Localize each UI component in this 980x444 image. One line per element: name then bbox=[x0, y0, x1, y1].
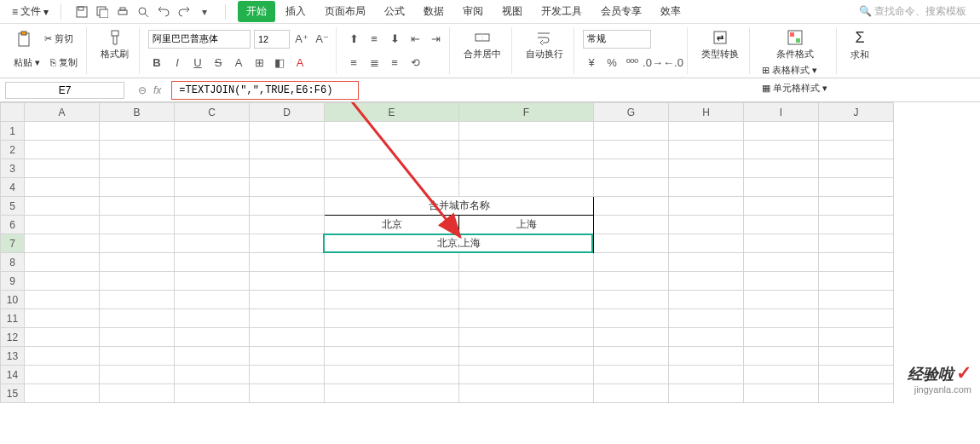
number-format-select[interactable] bbox=[583, 30, 651, 49]
font-size-select[interactable] bbox=[254, 30, 290, 49]
cell[interactable] bbox=[669, 141, 744, 159]
cell[interactable] bbox=[25, 141, 100, 159]
fill-color-icon[interactable]: ◧ bbox=[271, 54, 288, 71]
cell[interactable] bbox=[594, 253, 669, 272]
cell[interactable] bbox=[175, 216, 250, 234]
cell[interactable] bbox=[100, 141, 175, 159]
decimal-increase-icon[interactable]: .0→ bbox=[644, 54, 661, 71]
cell[interactable] bbox=[250, 178, 325, 197]
cell[interactable] bbox=[744, 291, 819, 309]
fx-icon[interactable]: fx bbox=[153, 84, 161, 96]
cell[interactable] bbox=[819, 122, 894, 141]
merge-center-button[interactable]: 合并居中 bbox=[458, 27, 506, 62]
italic-button[interactable]: I bbox=[169, 54, 186, 71]
cell[interactable] bbox=[669, 309, 744, 328]
cell[interactable] bbox=[744, 122, 819, 141]
decrease-font-icon[interactable]: A⁻ bbox=[314, 31, 331, 48]
cell[interactable] bbox=[819, 178, 894, 197]
tab-insert[interactable]: 插入 bbox=[277, 1, 314, 22]
cell[interactable] bbox=[250, 328, 325, 347]
cell[interactable] bbox=[175, 141, 250, 159]
cell[interactable] bbox=[594, 309, 669, 328]
cell[interactable] bbox=[175, 178, 250, 197]
row-header-15[interactable]: 15 bbox=[1, 384, 25, 403]
row-header-10[interactable]: 10 bbox=[1, 291, 25, 309]
col-header-j[interactable]: J bbox=[819, 103, 894, 122]
cell[interactable] bbox=[250, 384, 325, 403]
type-convert-button[interactable]: ⇄ 类型转换 bbox=[696, 27, 744, 62]
cell[interactable] bbox=[175, 197, 250, 216]
cell[interactable] bbox=[325, 178, 459, 197]
tab-dev[interactable]: 开发工具 bbox=[533, 1, 591, 22]
paste-label-btn[interactable]: 粘贴▾ bbox=[10, 55, 43, 71]
cell[interactable] bbox=[819, 216, 894, 234]
cut-button[interactable]: ✂ 剪切 bbox=[41, 31, 77, 47]
cell[interactable] bbox=[100, 178, 175, 197]
cell[interactable] bbox=[100, 384, 175, 403]
cell[interactable] bbox=[594, 291, 669, 309]
row-header-5[interactable]: 5 bbox=[1, 197, 25, 216]
cell[interactable] bbox=[175, 234, 250, 253]
cell[interactable] bbox=[25, 197, 100, 216]
cell[interactable] bbox=[250, 197, 325, 216]
table-style-button[interactable]: ⊞ 表格样式▾ bbox=[758, 62, 831, 78]
cell[interactable] bbox=[594, 366, 669, 384]
cell[interactable] bbox=[669, 216, 744, 234]
cell[interactable] bbox=[819, 253, 894, 272]
cell[interactable] bbox=[744, 197, 819, 216]
cell[interactable] bbox=[459, 178, 594, 197]
cell[interactable] bbox=[250, 366, 325, 384]
row-header-6[interactable]: 6 bbox=[1, 216, 25, 234]
redo-icon[interactable] bbox=[177, 5, 191, 19]
cell[interactable] bbox=[669, 347, 744, 366]
cell[interactable] bbox=[175, 347, 250, 366]
cell[interactable] bbox=[100, 159, 175, 178]
cell[interactable] bbox=[459, 141, 594, 159]
cell[interactable] bbox=[175, 291, 250, 309]
font-color-icon[interactable]: A bbox=[230, 54, 247, 71]
cell[interactable] bbox=[325, 347, 459, 366]
sum-button[interactable]: Σ 求和 bbox=[845, 27, 874, 63]
cell[interactable] bbox=[250, 309, 325, 328]
cell[interactable] bbox=[250, 253, 325, 272]
bold-button[interactable]: B bbox=[148, 54, 165, 71]
cell[interactable] bbox=[819, 141, 894, 159]
cell[interactable] bbox=[250, 159, 325, 178]
tab-view[interactable]: 视图 bbox=[493, 1, 531, 22]
cell[interactable] bbox=[250, 347, 325, 366]
chevron-down-icon[interactable]: ▾ bbox=[198, 5, 211, 19]
align-left-icon[interactable]: ≡ bbox=[345, 54, 362, 71]
cell[interactable] bbox=[250, 216, 325, 234]
row-header-11[interactable]: 11 bbox=[1, 309, 25, 328]
cell[interactable] bbox=[594, 122, 669, 141]
border-icon[interactable]: ⊞ bbox=[251, 54, 268, 71]
percent-icon[interactable]: % bbox=[603, 54, 620, 71]
cell[interactable] bbox=[175, 272, 250, 291]
tab-member[interactable]: 会员专享 bbox=[592, 1, 650, 22]
cell[interactable] bbox=[459, 122, 594, 141]
cell[interactable] bbox=[669, 122, 744, 141]
cell[interactable] bbox=[100, 272, 175, 291]
cell[interactable] bbox=[744, 216, 819, 234]
cell[interactable] bbox=[325, 384, 459, 403]
cell[interactable] bbox=[250, 234, 325, 253]
tab-formula[interactable]: 公式 bbox=[376, 1, 413, 22]
cell[interactable] bbox=[100, 253, 175, 272]
row-header-13[interactable]: 13 bbox=[1, 347, 25, 366]
cell[interactable] bbox=[459, 347, 594, 366]
cell[interactable] bbox=[25, 159, 100, 178]
cell[interactable] bbox=[819, 197, 894, 216]
cell[interactable] bbox=[325, 253, 459, 272]
cell[interactable] bbox=[459, 366, 594, 384]
cell[interactable] bbox=[25, 253, 100, 272]
cell[interactable] bbox=[100, 366, 175, 384]
cell[interactable] bbox=[744, 309, 819, 328]
cell[interactable] bbox=[175, 159, 250, 178]
cell[interactable] bbox=[175, 309, 250, 328]
cell[interactable] bbox=[669, 328, 744, 347]
cell[interactable] bbox=[744, 328, 819, 347]
row-header-8[interactable]: 8 bbox=[1, 253, 25, 272]
cell[interactable] bbox=[669, 384, 744, 403]
cell[interactable] bbox=[459, 291, 594, 309]
row-header-14[interactable]: 14 bbox=[1, 366, 25, 384]
